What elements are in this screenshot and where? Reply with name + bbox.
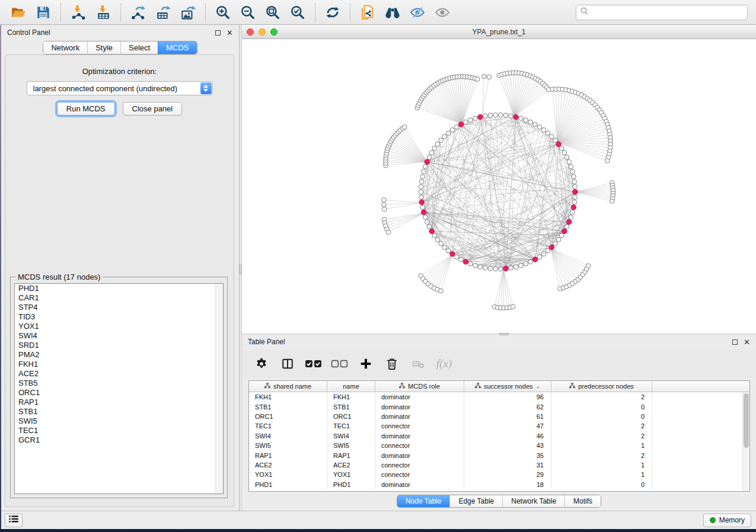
cell-mcds-role[interactable]: connector	[375, 470, 464, 479]
criterion-select[interactable]: largest connected component (undirected)	[27, 81, 213, 95]
graph-node[interactable]	[528, 120, 533, 124]
cell-name[interactable]: TEC1	[327, 421, 375, 431]
mcds-result-item[interactable]: ACE2	[15, 369, 223, 379]
graph-node[interactable]	[533, 122, 538, 127]
table-scrollbar[interactable]	[742, 392, 749, 491]
cell-mcds-role[interactable]: dominator	[375, 402, 464, 411]
graph-node[interactable]	[429, 150, 434, 155]
zoom-fit-icon[interactable]	[264, 4, 282, 21]
tab-node-table[interactable]: Node Table	[397, 495, 450, 507]
cell-name[interactable]: ORC1	[327, 412, 375, 421]
mcds-result-item[interactable]: FKH1	[15, 360, 223, 369]
graph-node[interactable]	[570, 210, 575, 215]
graph-hub-node[interactable]	[532, 257, 537, 262]
cell-predecessor-nodes[interactable]: 2	[551, 450, 652, 460]
graph-node[interactable]	[553, 241, 558, 246]
cell-shared-name[interactable]: TEC1	[249, 421, 327, 431]
tab-motifs[interactable]: Motifs	[564, 495, 601, 507]
graph-node[interactable]	[382, 198, 387, 203]
graph-node[interactable]	[425, 220, 430, 225]
tab-select[interactable]: Select	[120, 41, 158, 54]
graph-node[interactable]	[570, 169, 575, 174]
cell-shared-name[interactable]: PHD1	[249, 480, 327, 489]
network-canvas[interactable]	[242, 39, 756, 333]
graph-node[interactable]	[420, 205, 425, 210]
graph-node[interactable]	[564, 155, 569, 160]
search-network-icon[interactable]	[384, 4, 401, 21]
graph-node[interactable]	[564, 225, 569, 229]
graph-node[interactable]	[427, 155, 432, 160]
graph-node[interactable]	[509, 265, 513, 270]
graph-node[interactable]	[435, 238, 440, 242]
cell-predecessor-nodes[interactable]: 2	[551, 431, 652, 441]
cell-mcds-role[interactable]: connector	[375, 421, 464, 431]
cell-name[interactable]: PHD1	[327, 480, 375, 489]
graph-node[interactable]	[499, 267, 503, 271]
cell-shared-name[interactable]: ORC1	[249, 412, 327, 421]
column-header-name[interactable]: name	[327, 381, 375, 392]
show-details-icon[interactable]	[433, 4, 451, 21]
graph-node[interactable]	[439, 241, 444, 246]
mcds-result-item[interactable]: SWI4	[15, 331, 223, 341]
cell-mcds-role[interactable]: dominator	[375, 392, 464, 402]
graph-node[interactable]	[419, 180, 424, 184]
import-table-icon[interactable]	[94, 4, 112, 21]
graph-node[interactable]	[432, 146, 437, 151]
graph-node[interactable]	[569, 215, 573, 220]
graph-hub-node[interactable]	[513, 114, 518, 119]
open-session-icon[interactable]	[9, 4, 27, 21]
graph-node[interactable]	[503, 113, 508, 118]
tab-mcds[interactable]: MCDS	[158, 41, 196, 54]
graph-hub-node[interactable]	[463, 259, 468, 264]
graph-node[interactable]	[524, 118, 528, 123]
graph-node[interactable]	[572, 174, 576, 179]
mcds-result-item[interactable]: SRD1	[15, 341, 223, 350]
mcds-result-item[interactable]: STB5	[15, 379, 223, 388]
table-row[interactable]: PHD1PHD1dominator180	[249, 480, 742, 489]
share-document-icon[interactable]	[359, 4, 377, 21]
graph-node[interactable]	[537, 125, 542, 130]
table-row[interactable]: RAP1RAP1dominator352	[249, 450, 742, 460]
mcds-result-item[interactable]: STB1	[15, 407, 223, 416]
cell-shared-name[interactable]: RAP1	[249, 450, 327, 460]
graph-node[interactable]	[420, 174, 425, 179]
cell-name[interactable]: YOX1	[327, 470, 375, 479]
cell-predecessor-nodes[interactable]: 2	[551, 421, 652, 431]
cell-predecessor-nodes[interactable]: 1	[551, 470, 652, 479]
graph-node[interactable]	[519, 116, 524, 121]
graph-node[interactable]	[499, 113, 503, 117]
cell-successor-nodes[interactable]: 43	[464, 441, 551, 450]
graph-node[interactable]	[509, 114, 513, 118]
tab-style[interactable]: Style	[87, 41, 120, 54]
graph-node[interactable]	[488, 267, 493, 271]
graph-node[interactable]	[488, 113, 493, 118]
column-header-successor-nodes[interactable]: successor nodes⌄	[464, 381, 551, 392]
mcds-result-item[interactable]: STP4	[15, 303, 223, 312]
graph-node[interactable]	[541, 252, 546, 257]
cell-name[interactable]: SWI4	[327, 431, 375, 441]
close-panel-icon[interactable]: ✕	[227, 29, 233, 37]
table-row[interactable]: YOX1YOX1connector291	[249, 470, 742, 479]
cell-mcds-role[interactable]: dominator	[375, 450, 464, 460]
cell-name[interactable]: SWI5	[327, 441, 375, 450]
graph-hub-node[interactable]	[573, 190, 578, 194]
table-scrollbar-thumb[interactable]	[744, 393, 749, 448]
column-header-mcds-role[interactable]: MCDS role	[375, 381, 464, 392]
mcds-result-list[interactable]: PHD1CAR1STP4TID3YOX1SWI4SRD1PMA2FKH1ACE2…	[14, 283, 224, 494]
graph-node[interactable]	[572, 200, 577, 205]
graph-node[interactable]	[550, 134, 554, 139]
graph-node[interactable]	[610, 199, 614, 204]
graph-node[interactable]	[475, 77, 480, 82]
cell-mcds-role[interactable]: connector	[375, 441, 464, 450]
delete-column-icon[interactable]	[382, 356, 402, 371]
close-table-panel-icon[interactable]: ✕	[744, 338, 750, 346]
graph-node[interactable]	[586, 264, 591, 268]
search-box[interactable]	[576, 5, 748, 20]
graph-node[interactable]	[537, 255, 542, 259]
cell-successor-nodes[interactable]: 47	[464, 421, 551, 431]
graph-node[interactable]	[432, 233, 437, 238]
graph-node[interactable]	[556, 238, 561, 242]
add-column-icon[interactable]	[356, 356, 376, 371]
graph-node[interactable]	[386, 230, 391, 235]
graph-node[interactable]	[468, 262, 473, 267]
